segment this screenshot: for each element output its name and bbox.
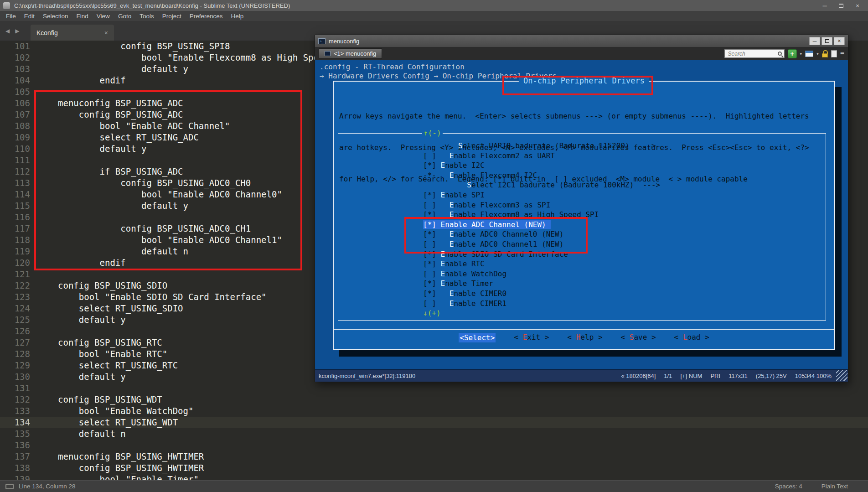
editor-line-136[interactable]: 136: [0, 440, 868, 451]
tab-close-icon[interactable]: ×: [104, 29, 108, 36]
console-maximize-icon[interactable]: [822, 37, 832, 45]
hotkey-letter: E: [450, 240, 454, 249]
editor-line-135[interactable]: 135 default n: [0, 428, 868, 440]
editor-line-131[interactable]: 131: [0, 383, 868, 394]
menu-tools[interactable]: Tools: [135, 13, 158, 20]
menu-item-text: [ ] Enable ADC0 Channel1 (NEW): [423, 240, 563, 249]
menu-item-text: [*] Enable ADC Channel (NEW): [423, 220, 551, 229]
menu-item-enable-adc0-channel1-new[interactable]: [ ] Enable ADC0 Channel1 (NEW): [338, 239, 826, 249]
paste-icon[interactable]: [831, 50, 837, 57]
menu-file[interactable]: File: [2, 13, 20, 20]
menu-item-enable-rtc[interactable]: [*] Enable RTC: [338, 259, 826, 269]
editor-line-132[interactable]: 132config BSP_USING_WDT: [0, 394, 868, 405]
console-tab-menuconfig[interactable]: <1> menuconfig: [319, 48, 382, 59]
line-number-137: 137: [0, 451, 41, 462]
checkbox-state: [ ]: [423, 151, 450, 160]
menu-item-enable-flexcomm2-as-uart[interactable]: [ ] Enable Flexcomm2 as UART: [338, 151, 826, 161]
window-switch-icon[interactable]: [805, 51, 813, 57]
conemu-statusbar: kconfig-mconf_win7.exe*[32]:119180 « 180…: [315, 369, 848, 382]
line-number-127: 127: [0, 337, 41, 348]
menu-item-enable-adc-channel-new[interactable]: [*] Enable ADC Channel (NEW): [338, 220, 826, 230]
line-text-127: config BSP_USING_RTC: [41, 337, 162, 348]
console-close-icon[interactable]: ×: [834, 37, 845, 45]
line-text-137: menuconfig BSP_USING_HWTIMER: [41, 451, 204, 462]
menu-item-select-i2c1-badurate-badurate-100khz[interactable]: Select I2C1 badurate (Badurate 100kHZ) -…: [338, 180, 826, 190]
menu-project[interactable]: Project: [158, 13, 186, 20]
new-console-button[interactable]: +: [788, 49, 797, 58]
status-segment-6: 105344 100%: [795, 373, 832, 379]
hotkey-letter: E: [450, 210, 454, 219]
menu-item-enable-cimer0[interactable]: [*] Enable CIMER0: [338, 289, 826, 299]
menu-item-enable-spi[interactable]: [*] Enable SPI: [338, 190, 826, 200]
menu-item-enable-sdio-sd-card-interface[interactable]: [*] Enable SDIO SD Card Interface: [338, 249, 826, 259]
line-number-138: 138: [0, 462, 41, 474]
menu-item-enable-cimer1[interactable]: [ ] Enable CIMER1: [338, 299, 826, 309]
resize-grip[interactable]: [836, 370, 847, 381]
status-segment-3: PRI: [710, 373, 720, 379]
menu-item-enable-flexcomm8-as-high-speed-spi[interactable]: [*] Enable Flexcomm8 as High Speed SPI: [338, 210, 826, 220]
close-icon[interactable]: ×: [854, 2, 861, 9]
scroll-down-row: ↓(+): [338, 308, 826, 318]
hamburger-menu-icon[interactable]: ≡: [840, 50, 844, 57]
line-text-114: bool "Enable ADC0 Channel0": [41, 189, 282, 200]
editor-line-134[interactable]: 134 select RT_USING_WDT: [0, 417, 868, 428]
tab-scroll-forward-icon[interactable]: ▶: [15, 28, 19, 34]
menu-item-enable-watchdog[interactable]: [ ] Enable WatchDog: [338, 269, 826, 279]
console-minimize-icon[interactable]: ─: [809, 37, 820, 45]
button-hotkey: S: [630, 333, 634, 342]
lock-icon[interactable]: [822, 53, 828, 57]
dialog-buttons: <Select>< Exit >< Help >< Save >< Load >: [334, 333, 834, 342]
menu-help[interactable]: Help: [227, 13, 248, 20]
line-text-130: default y: [41, 371, 126, 383]
window-switch-dropdown-icon[interactable]: ▾: [816, 52, 819, 56]
editor-line-133[interactable]: 133 bool "Enable WatchDog": [0, 405, 868, 417]
line-number-139: 139: [0, 474, 41, 480]
line-text-131: [41, 383, 58, 394]
checkbox-state: [*]: [423, 230, 450, 238]
menu-view[interactable]: View: [93, 13, 114, 20]
search-input[interactable]: [727, 50, 778, 57]
menu-item-enable-flexcomm4-i2c[interactable]: -*- Enable Flexcomm4 I2C: [338, 171, 826, 181]
hotkey-letter: E: [441, 250, 445, 259]
minimize-icon[interactable]: ─: [822, 2, 828, 9]
menu-item-text: [*] Enable CIMER0: [423, 289, 506, 298]
hotkey-letter: S: [467, 181, 471, 189]
editor-line-139[interactable]: 139 bool "Enable Timer": [0, 474, 868, 480]
console-process-info: kconfig-mconf_win7.exe*[32]:119180: [315, 373, 415, 379]
status-segment-4: 117x31: [728, 373, 748, 379]
menu-item-text: [*] Enable SPI: [423, 191, 485, 199]
hotkey-letter: E: [441, 191, 445, 199]
tab-scroll-back-icon[interactable]: ◀: [5, 28, 10, 34]
menu-selection[interactable]: Selection: [39, 13, 72, 20]
menu-preferences[interactable]: Preferences: [186, 13, 227, 20]
checkbox-state: [ ]: [423, 240, 450, 249]
menu-find[interactable]: Find: [72, 13, 93, 20]
line-number-109: 109: [0, 132, 41, 143]
dialog-button-help[interactable]: < Help >: [567, 333, 602, 342]
menu-item-enable-i2c[interactable]: [*] Enable I2C: [338, 161, 826, 171]
menu-goto[interactable]: Goto: [114, 13, 135, 20]
line-number-126: 126: [0, 326, 41, 337]
line-text-133: bool "Enable WatchDog": [41, 405, 193, 417]
dialog-button-exit[interactable]: < Exit >: [514, 333, 549, 342]
indentation-setting[interactable]: Spaces: 4: [775, 483, 802, 490]
hotkey-letter: E: [441, 161, 445, 170]
item-label: nable ADC0 Channel0 (NEW): [454, 230, 563, 238]
menu-item-enable-adc0-channel0-new[interactable]: [*] Enable ADC0 Channel0 (NEW): [338, 229, 826, 239]
new-console-dropdown-icon[interactable]: ▾: [800, 52, 802, 56]
editor-line-137[interactable]: 137menuconfig BSP_USING_HWTIMER: [0, 451, 868, 462]
item-label: nable CIMER0: [454, 289, 506, 298]
menu-edit[interactable]: Edit: [20, 13, 39, 20]
dialog-button-select[interactable]: <Select>: [459, 333, 496, 342]
syntax-setting[interactable]: Plain Text: [822, 483, 848, 490]
dialog-button-load[interactable]: < Load >: [674, 333, 709, 342]
console-search-box[interactable]: [724, 49, 785, 58]
dialog-button-save[interactable]: < Save >: [621, 333, 656, 342]
maximize-icon[interactable]: [838, 2, 844, 9]
menu-item-select-uart0-badurate-badurate-115200[interactable]: Select UART0 badurate (Badurate 115200) …: [338, 141, 826, 151]
menu-item-text: [ ] Enable Flexcomm3 as SPI: [423, 201, 550, 209]
tab-kconfig[interactable]: Kconfig ×: [31, 25, 114, 41]
menu-item-enable-flexcomm3-as-spi[interactable]: [ ] Enable Flexcomm3 as SPI: [338, 200, 826, 210]
editor-line-138[interactable]: 138 config BSP_USING_HWTIMER: [0, 462, 868, 474]
menu-item-enable-timer[interactable]: [*] Enable Timer: [338, 279, 826, 289]
